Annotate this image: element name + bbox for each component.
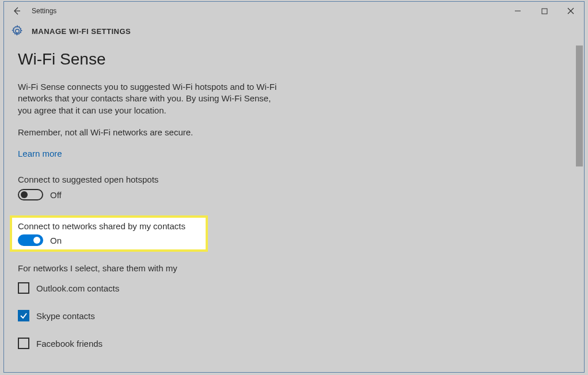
share-with-label: For networks I select, share them with m… (18, 263, 286, 273)
share-skype-row: Skype contacts (18, 310, 286, 321)
share-skype-label: Skype contacts (36, 311, 95, 321)
page-title: Wi-Fi Sense (18, 50, 286, 69)
share-facebook-label: Facebook friends (36, 339, 103, 349)
settings-window: Settings MANAGE WI-FI SETTINGS Wi-Fi Sen… (3, 1, 585, 373)
share-outlook-checkbox[interactable] (18, 282, 29, 294)
close-icon (567, 7, 574, 14)
window-title: Settings (29, 7, 56, 15)
share-skype-checkbox[interactable] (18, 310, 29, 321)
title-bar: Settings (4, 2, 584, 20)
maximize-button[interactable] (531, 2, 557, 20)
share-outlook-label: Outlook.com contacts (36, 283, 119, 293)
check-icon (20, 312, 28, 320)
gear-icon (11, 25, 24, 37)
wifi-sense-remember: Remember, not all Wi-Fi networks are sec… (18, 127, 286, 138)
toggle-knob (33, 237, 40, 244)
minimize-icon (514, 7, 521, 14)
svg-rect-0 (542, 9, 547, 14)
toggle-knob (21, 191, 28, 198)
maximize-icon (541, 8, 548, 14)
header-bar: MANAGE WI-FI SETTINGS (4, 20, 584, 44)
minimize-button[interactable] (504, 2, 531, 20)
vertical-scrollbar[interactable] (576, 46, 583, 166)
page-header: MANAGE WI-FI SETTINGS (32, 27, 131, 36)
back-button[interactable] (4, 2, 29, 20)
open-hotspots-toggle[interactable] (18, 189, 43, 200)
share-outlook-row: Outlook.com contacts (18, 282, 286, 294)
shared-contacts-state: On (50, 236, 62, 245)
open-hotspots-state: Off (50, 190, 62, 200)
shared-contacts-toggle[interactable] (18, 234, 43, 246)
share-facebook-checkbox[interactable] (18, 338, 29, 349)
wifi-sense-description: Wi-Fi Sense connects you to suggested Wi… (18, 81, 286, 116)
share-facebook-row: Facebook friends (18, 338, 286, 349)
open-hotspots-section: Connect to suggested open hotspots Off (18, 175, 286, 200)
close-button[interactable] (557, 2, 584, 20)
open-hotspots-label: Connect to suggested open hotspots (18, 175, 286, 184)
shared-contacts-section: Connect to networks shared by my contact… (10, 215, 208, 252)
shared-contacts-label: Connect to networks shared by my contact… (18, 221, 200, 231)
learn-more-link[interactable]: Learn more (18, 149, 62, 158)
back-arrow-icon (12, 6, 21, 16)
content-area: Wi-Fi Sense Wi-Fi Sense connects you to … (4, 44, 584, 371)
